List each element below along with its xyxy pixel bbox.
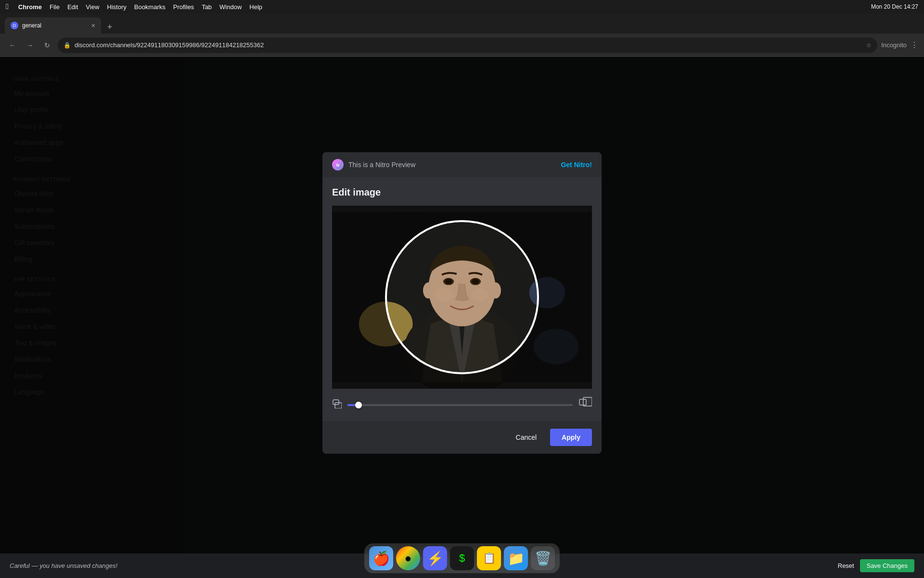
- get-nitro-button[interactable]: Get Nitro!: [561, 161, 592, 169]
- modal-title: Edit image: [332, 187, 592, 198]
- menubar-right: Mon 20 Dec 14:27: [871, 3, 918, 10]
- svg-rect-17: [333, 400, 339, 405]
- trash-icon-label: 🗑️: [535, 551, 552, 566]
- dock-finder-icon[interactable]: 🍎: [369, 546, 393, 570]
- warning-actions: Reset Save Changes: [838, 559, 914, 572]
- finder-icon-label: 🍎: [373, 551, 390, 566]
- menu-view[interactable]: View: [86, 3, 99, 11]
- reload-button[interactable]: ↻: [40, 39, 54, 52]
- active-tab[interactable]: D general ×: [5, 17, 101, 34]
- mac-dock: 🍎 ● ⚡ $ 📋 📁 🗑️: [364, 543, 560, 573]
- zoom-out-icon[interactable]: [332, 399, 342, 411]
- crop-circle-container[interactable]: [385, 220, 539, 374]
- nitro-icon: N: [332, 159, 344, 171]
- crop-circle: [385, 220, 539, 374]
- chrome-icon-label: ●: [405, 552, 412, 565]
- cancel-button[interactable]: Cancel: [506, 429, 547, 446]
- browser-frame: D general × + ← → ↻ 🔒 discord.com/channe…: [0, 13, 924, 578]
- tab-favicon: D: [11, 22, 18, 29]
- zoom-in-icon[interactable]: [578, 396, 592, 413]
- menu-profiles[interactable]: Profiles: [173, 3, 194, 11]
- image-editor-area[interactable]: [332, 206, 592, 389]
- nitro-preview-text: This is a Nitro Preview: [348, 161, 415, 169]
- new-tab-button[interactable]: +: [103, 20, 116, 34]
- svg-text:N: N: [336, 163, 340, 168]
- notes-icon-label: 📋: [483, 552, 496, 565]
- dock-folder-icon[interactable]: 📁: [504, 546, 528, 570]
- dock-trash-icon[interactable]: 🗑️: [531, 546, 555, 570]
- lock-icon: 🔒: [64, 42, 71, 49]
- tab-title: general: [22, 22, 88, 29]
- menu-bookmarks[interactable]: Bookmarks: [134, 3, 166, 11]
- svg-rect-18: [335, 403, 342, 408]
- chrome-tabs-bar: D general × +: [0, 13, 924, 34]
- menu-file[interactable]: File: [50, 3, 60, 11]
- bookmark-icon[interactable]: ☆: [866, 42, 872, 49]
- incognito-label: Incognito: [881, 41, 907, 49]
- reset-button[interactable]: Reset: [838, 559, 854, 572]
- menubar-time: Mon 20 Dec 14:27: [871, 3, 918, 10]
- zoom-slider-thumb[interactable]: [355, 402, 362, 408]
- chrome-toolbar: ← → ↻ 🔒 discord.com/channels/92249118030…: [0, 34, 924, 57]
- menu-window[interactable]: Window: [219, 3, 242, 11]
- menu-history[interactable]: History: [107, 3, 126, 11]
- dock-discord-icon[interactable]: ⚡: [423, 546, 447, 570]
- zoom-controls: [322, 389, 602, 421]
- modal-content-area: Edit image: [322, 177, 602, 389]
- back-button[interactable]: ←: [6, 39, 19, 52]
- discord-icon-label: ⚡: [427, 551, 444, 566]
- apple-menu[interactable]: : [6, 2, 9, 11]
- folder-icon-label: 📁: [508, 551, 525, 566]
- address-bar[interactable]: 🔒 discord.com/channels/92249118030915998…: [58, 38, 877, 53]
- svg-rect-19: [579, 399, 586, 405]
- terminal-icon-label: $: [459, 552, 465, 565]
- save-changes-button[interactable]: Save Changes: [860, 559, 914, 572]
- svg-point-5: [534, 328, 578, 364]
- app-name[interactable]: Chrome: [18, 3, 42, 11]
- content-area: USER SETTINGS My account User profile Pr…: [0, 57, 924, 578]
- apply-button[interactable]: Apply: [550, 429, 592, 446]
- mac-menubar:  Chrome File Edit View History Bookmark…: [0, 0, 924, 13]
- menu-edit[interactable]: Edit: [67, 3, 78, 11]
- zoom-slider-track[interactable]: [347, 404, 573, 406]
- edit-image-modal: N This is a Nitro Preview: [322, 152, 602, 454]
- chrome-menu-button[interactable]: ⋮: [911, 40, 918, 50]
- nitro-banner-left: N This is a Nitro Preview: [332, 159, 415, 171]
- url-text: discord.com/channels/922491180309159986/…: [75, 41, 862, 49]
- menu-tab[interactable]: Tab: [202, 3, 212, 11]
- modal-overlay: N This is a Nitro Preview: [0, 57, 924, 578]
- warning-text: Careful — you have unsaved changes!: [10, 562, 117, 569]
- dock-chrome-icon[interactable]: ●: [396, 546, 420, 570]
- forward-button[interactable]: →: [23, 39, 37, 52]
- menu-help[interactable]: Help: [249, 3, 262, 11]
- chrome-toolbar-right: Incognito ⋮: [881, 40, 918, 50]
- modal-footer: Cancel Apply: [322, 421, 602, 454]
- dock-notes-icon[interactable]: 📋: [477, 546, 501, 570]
- tab-close-button[interactable]: ×: [91, 22, 95, 29]
- nitro-banner: N This is a Nitro Preview: [322, 152, 602, 177]
- dock-terminal-icon[interactable]: $: [450, 546, 474, 570]
